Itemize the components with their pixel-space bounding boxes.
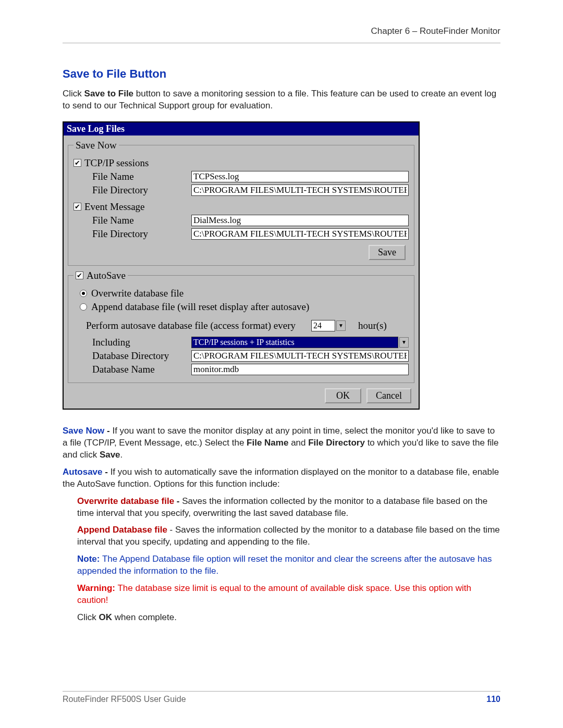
autosave-legend[interactable]: AutoSave: [74, 270, 128, 281]
filedir-label: File Directory: [92, 228, 191, 240]
tcpip-filedir-input[interactable]: [191, 184, 409, 196]
including-select[interactable]: TCP/IP sessions + IP statistics ▼: [191, 337, 409, 348]
note-text: Note: The Append Database file option wi…: [77, 553, 500, 577]
overwrite-label: Overwrite database file: [91, 288, 183, 299]
dbname-input[interactable]: [191, 364, 409, 375]
including-label: Including: [92, 337, 191, 348]
event-filedir-input[interactable]: [191, 228, 409, 240]
chevron-down-icon[interactable]: ▼: [399, 337, 409, 348]
save-log-files-dialog: Save Log Files Save Now TCP/IP sessions …: [63, 121, 420, 410]
save-now-legend: Save Now: [74, 140, 119, 151]
save-button[interactable]: Save: [369, 245, 406, 260]
checkbox-icon[interactable]: [74, 159, 81, 167]
perform-label: Perform autosave database file (access f…: [86, 320, 296, 331]
append-label: Append database file (will reset display…: [91, 301, 309, 313]
filename-label: File Name: [92, 215, 191, 226]
event-checkbox-row[interactable]: Event Message: [74, 201, 409, 213]
header-rule: [63, 43, 500, 43]
dbname-label: Database Name: [92, 364, 191, 375]
page-footer: RouteFinder RF500S User Guide 110: [63, 691, 500, 704]
checkbox-icon[interactable]: [76, 272, 83, 279]
radio-icon[interactable]: [80, 290, 87, 297]
ok-button[interactable]: OK: [325, 388, 361, 403]
event-filename-input[interactable]: [191, 215, 409, 226]
dialog-titlebar: Save Log Files: [64, 122, 419, 135]
save-now-group: Save Now TCP/IP sessions File Name File …: [68, 140, 414, 266]
autosave-group: AutoSave Overwrite database file Append …: [68, 270, 414, 383]
intro-paragraph: Click Save to File button to save a moni…: [63, 88, 500, 112]
footer-doc-title: RouteFinder RF500S User Guide: [63, 695, 186, 704]
closing-text: Click OK when complete.: [77, 612, 500, 624]
chevron-down-icon[interactable]: ▼: [336, 320, 346, 331]
autosave-desc: Autosave - If you wish to automatically …: [63, 466, 500, 490]
dbdir-label: Database Directory: [92, 350, 191, 362]
checkbox-icon[interactable]: [74, 203, 81, 211]
hours-unit: hour(s): [358, 320, 387, 331]
savenow-desc: Save Now - If you want to save the monit…: [63, 425, 500, 461]
hours-select[interactable]: 24 ▼: [311, 320, 346, 331]
append-radio-row[interactable]: Append database file (will reset display…: [80, 301, 409, 313]
tcpip-label: TCP/IP sessions: [84, 157, 149, 169]
filename-label: File Name: [92, 171, 191, 182]
filedir-label: File Directory: [92, 184, 191, 196]
chapter-header: Chapter 6 – RouteFinder Monitor: [63, 26, 500, 36]
event-label: Event Message: [84, 201, 145, 213]
cancel-button[interactable]: Cancel: [366, 388, 411, 403]
page-number: 110: [486, 695, 500, 704]
radio-icon[interactable]: [80, 303, 87, 311]
overwrite-desc: Overwrite database file - Saves the info…: [77, 496, 500, 520]
append-desc: Append Database file - Saves the informa…: [77, 524, 500, 548]
section-title: Save to File Button: [63, 67, 500, 81]
tcpip-filename-input[interactable]: [191, 171, 409, 182]
overwrite-radio-row[interactable]: Overwrite database file: [80, 288, 409, 299]
warning-text: Warning: The database size limit is equa…: [77, 583, 500, 607]
dbdir-input[interactable]: [191, 350, 409, 362]
tcpip-checkbox-row[interactable]: TCP/IP sessions: [74, 157, 409, 169]
